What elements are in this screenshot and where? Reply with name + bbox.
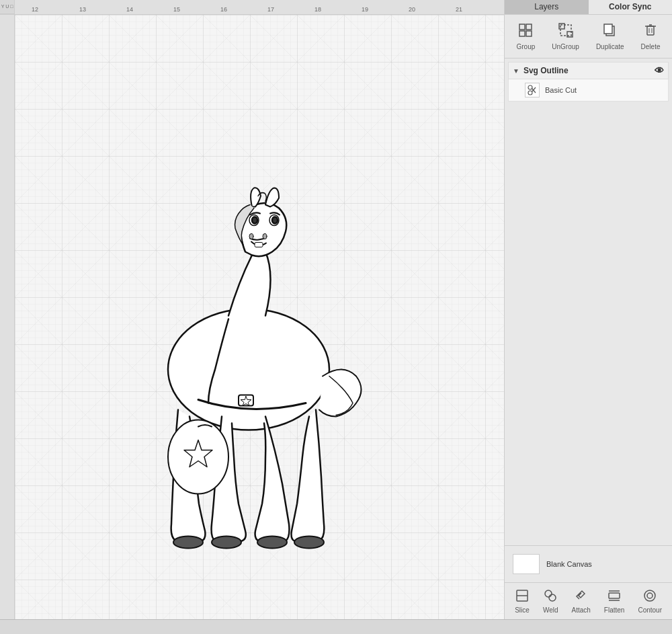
svg-rect-28 [647, 26, 654, 35]
svg-rect-23 [560, 25, 571, 36]
horse-image[interactable] [67, 120, 417, 557]
flatten-button[interactable]: Flatten [599, 586, 630, 617]
weld-button[interactable]: Weld [538, 586, 564, 617]
svg-rect-20 [526, 24, 532, 30]
svg-point-5 [168, 309, 329, 430]
layer-toolbar: Group UnGroup Duplicate [505, 15, 672, 58]
svg-point-9 [272, 216, 278, 223]
tab-layers[interactable]: Layers [505, 0, 589, 14]
ruler-mark: 14 [126, 6, 133, 13]
weld-icon [543, 588, 558, 604]
right-panel: Layers Color Sync Group UnGroup [504, 0, 672, 619]
svg-rect-27 [604, 24, 612, 34]
svg-point-10 [249, 233, 253, 239]
ungroup-button[interactable]: UnGroup [546, 20, 585, 53]
svg-point-40 [549, 594, 556, 601]
svg-point-44 [644, 590, 655, 601]
svg-rect-19 [519, 24, 525, 30]
ruler-mark: 19 [362, 6, 368, 13]
canvas-workspace[interactable] [15, 15, 504, 619]
delete-icon [643, 23, 658, 41]
svg-point-13 [212, 536, 241, 548]
visibility-toggle-icon[interactable]: 👁 [655, 65, 664, 76]
ruler-mark: 13 [79, 6, 86, 13]
duplicate-icon [603, 23, 618, 41]
blank-canvas-thumbnail [513, 554, 540, 574]
group-button[interactable]: Group [511, 20, 541, 53]
blank-canvas-item[interactable]: Blank Canvas [510, 551, 667, 577]
ruler-mark: 17 [267, 6, 274, 13]
layer-group-svg-outline: ▼ Svg Outline 👁 B [508, 62, 669, 102]
delete-button[interactable]: Delete [636, 20, 666, 53]
svg-rect-41 [609, 593, 620, 598]
ruler-mark: 21 [456, 6, 462, 13]
layer-item-basic-cut[interactable]: Basic Cut [508, 79, 669, 102]
attach-icon [574, 588, 589, 604]
status-bar [0, 619, 672, 634]
svg-rect-22 [526, 31, 532, 36]
svg-rect-21 [519, 31, 525, 36]
svg-point-45 [647, 593, 653, 598]
flatten-icon [607, 588, 622, 604]
ruler-mark: 12 [32, 6, 38, 13]
slice-button[interactable]: Slice [509, 586, 535, 617]
ungroup-icon [558, 23, 573, 41]
contour-button[interactable]: Contour [632, 586, 667, 617]
attach-button[interactable]: Attach [566, 586, 596, 617]
tab-color-sync[interactable]: Color Sync [589, 0, 673, 14]
duplicate-button[interactable]: Duplicate [591, 20, 630, 53]
ruler-mark: 18 [314, 6, 321, 13]
group-icon [518, 23, 533, 41]
chevron-down-icon: ▼ [513, 67, 519, 75]
svg-point-15 [173, 536, 203, 548]
svg-rect-24 [559, 24, 564, 29]
svg-point-14 [257, 536, 287, 548]
ruler-top: 12 13 14 15 16 17 18 19 20 21 [15, 0, 504, 14]
contour-icon [642, 588, 657, 604]
svg-point-34 [528, 85, 532, 89]
svg-rect-12 [255, 242, 263, 247]
svg-rect-25 [567, 32, 573, 37]
ruler-mark: 16 [220, 6, 227, 13]
layers-panel: ▼ Svg Outline 👁 B [505, 58, 672, 545]
svg-point-39 [545, 590, 552, 597]
svg-point-16 [294, 536, 324, 548]
ruler-corner: Y U □ [0, 0, 15, 14]
svg-point-11 [263, 233, 267, 239]
bottom-toolbar: Slice Weld Attach [505, 582, 672, 619]
ruler-left [0, 15, 15, 619]
svg-point-17 [168, 420, 228, 493]
svg-point-7 [252, 216, 257, 223]
svg-point-33 [528, 91, 532, 95]
layer-item-icon [525, 83, 540, 97]
ruler-mark: 15 [173, 6, 180, 13]
layer-group-header[interactable]: ▼ Svg Outline 👁 [508, 62, 669, 79]
blank-canvas-section: Blank Canvas [505, 545, 672, 582]
slice-icon [515, 588, 530, 604]
ruler-mark: 20 [409, 6, 415, 13]
